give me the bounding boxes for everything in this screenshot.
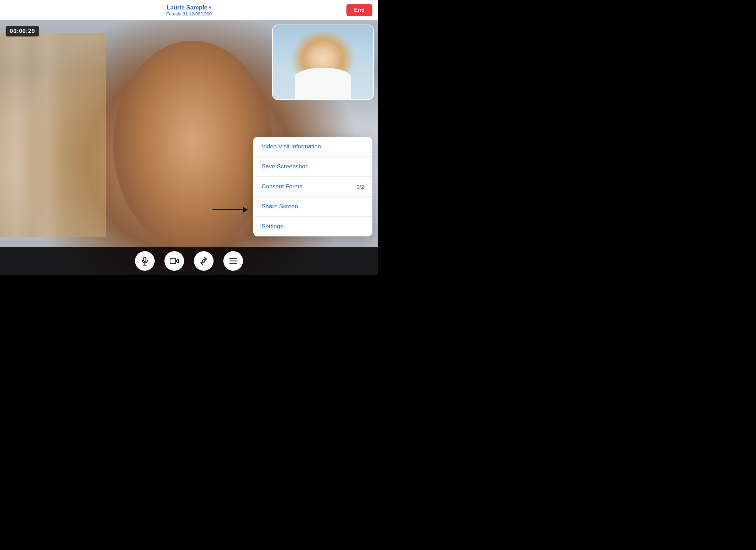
video-container: 00:00:29 Video Visit Information Save Sc… — [0, 20, 378, 275]
svg-rect-0 — [144, 257, 146, 261]
camera-button[interactable] — [164, 251, 184, 271]
doctor-coat — [295, 68, 351, 99]
menu-item-save-screenshot-label: Save Screenshot — [262, 163, 307, 170]
flip-camera-icon — [199, 256, 208, 266]
menu-item-video-visit-info-label: Video Visit Information — [262, 143, 321, 150]
flip-camera-button[interactable] — [194, 251, 214, 271]
patient-face — [113, 41, 272, 249]
menu-button[interactable] — [223, 251, 243, 271]
control-bar — [0, 247, 378, 275]
menu-item-settings-label: Settings — [262, 223, 283, 230]
call-timer: 00:00:29 — [6, 26, 39, 36]
menu-item-share-screen[interactable]: Share Screen — [253, 197, 372, 217]
menu-item-settings[interactable]: Settings — [253, 217, 372, 236]
microphone-button[interactable] — [135, 251, 155, 271]
share-screen-arrow — [212, 209, 248, 210]
patient-header-info: Laurie Sample ▾ Female 31 12/08/1990 — [166, 4, 212, 16]
patient-name-text: Laurie Sample — [167, 4, 207, 11]
end-call-button[interactable]: End — [346, 4, 372, 16]
arrow-line — [212, 209, 248, 210]
room-background — [0, 33, 106, 237]
microphone-icon — [140, 256, 149, 266]
camera-icon — [170, 256, 179, 266]
menu-item-save-screenshot[interactable]: Save Screenshot — [253, 157, 372, 177]
context-menu: Video Visit Information Save Screenshot … — [253, 137, 372, 236]
patient-demographics: Female 31 12/08/1990 — [166, 11, 212, 16]
consent-forms-badge: 0/2 — [357, 184, 364, 190]
patient-name[interactable]: Laurie Sample ▾ — [166, 4, 212, 11]
header-bar: Laurie Sample ▾ Female 31 12/08/1990 End — [0, 0, 378, 20]
doctor-pip-video — [272, 25, 374, 100]
menu-item-consent-forms[interactable]: Consent Forms 0/2 — [253, 177, 372, 197]
menu-item-share-screen-label: Share Screen — [262, 203, 298, 210]
menu-item-video-visit-info[interactable]: Video Visit Information — [253, 137, 372, 157]
menu-icon — [229, 256, 238, 266]
doctor-video-background — [273, 25, 373, 99]
chevron-down-icon: ▾ — [209, 5, 211, 10]
menu-item-consent-forms-label: Consent Forms — [262, 183, 302, 190]
svg-rect-3 — [170, 258, 176, 263]
svg-point-4 — [203, 260, 205, 262]
